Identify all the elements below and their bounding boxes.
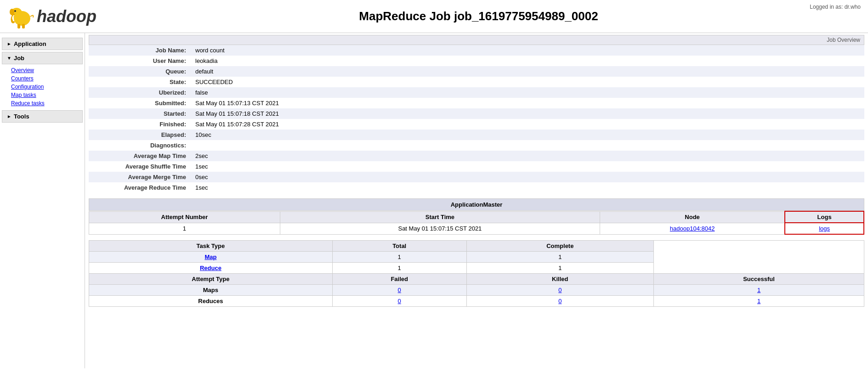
am-row: 1Sat May 01 15:07:15 CST 2021hadoop104:8…	[89, 223, 864, 234]
overview-label: Finished:	[89, 119, 190, 130]
task-type-link[interactable]: Map	[204, 254, 216, 260]
overview-value: 0sec	[190, 172, 864, 182]
task-type: Reduce	[89, 263, 333, 274]
task-summary-section: Task Type Total Complete Map11Reduce11 A…	[89, 240, 864, 307]
svg-rect-4	[17, 24, 20, 28]
overview-label: Uberized:	[89, 87, 190, 98]
sidebar-item-counters[interactable]: Counters	[9, 74, 85, 83]
sidebar-tools-label: Tools	[14, 113, 29, 120]
task-row: Reduce11	[89, 263, 864, 274]
arrow-right-icon-tools: ►	[7, 114, 11, 119]
page-title: MapReduce Job job_1619775954989_0002	[96, 9, 861, 23]
overview-row: Average Reduce Time1sec	[89, 182, 864, 193]
overview-value: leokadia	[190, 56, 864, 66]
attempt-row: Maps001	[89, 285, 864, 296]
sidebar: ► Application ▼ Job Overview Counters Co…	[0, 33, 85, 368]
attempt-successful: 1	[654, 296, 864, 307]
overview-row: Job Name:word count	[89, 45, 864, 56]
overview-label: Diagnostics:	[89, 140, 190, 151]
task-complete: 1	[466, 252, 654, 263]
main-layout: ► Application ▼ Job Overview Counters Co…	[0, 33, 868, 368]
attempt-killed: 0	[466, 296, 654, 307]
task-total: 1	[332, 263, 466, 274]
overview-value: 1sec	[190, 161, 864, 172]
overview-row: Uberized:false	[89, 87, 864, 98]
attempt-type: Reduces	[89, 296, 333, 307]
task-type: Map	[89, 252, 333, 263]
sidebar-item-reduce-tasks[interactable]: Reduce tasks	[9, 99, 85, 107]
overview-row: Queue:default	[89, 66, 864, 77]
am-col-start-time: Start Time	[280, 211, 600, 223]
logo-area: hadoop	[7, 4, 96, 29]
overview-row: Average Shuffle Time1sec	[89, 161, 864, 172]
attempt-killed-link[interactable]: 0	[558, 298, 562, 304]
sidebar-job-label: Job	[14, 55, 24, 62]
sidebar-job-header[interactable]: ▼ Job	[2, 52, 83, 64]
logo-text: hadoop	[37, 7, 96, 26]
attempt-col-successful: Successful	[654, 274, 864, 285]
sidebar-tools-header[interactable]: ► Tools	[2, 110, 83, 123]
arrow-right-icon: ►	[7, 41, 11, 46]
task-table: Task Type Total Complete Map11Reduce11 A…	[89, 240, 864, 307]
overview-value: default	[190, 66, 864, 77]
attempt-successful-link[interactable]: 1	[757, 287, 760, 293]
overview-value: 2sec	[190, 151, 864, 161]
am-logs: logs	[785, 223, 864, 234]
overview-label: Queue:	[89, 66, 190, 77]
am-section-title: ApplicationMaster	[89, 198, 864, 211]
am-col-node: Node	[600, 211, 785, 223]
overview-value: SUCCEEDED	[190, 77, 864, 87]
overview-row: User Name:leokadia	[89, 56, 864, 66]
attempt-killed-link[interactable]: 0	[558, 287, 562, 293]
sidebar-application-label: Application	[14, 40, 46, 47]
attempt-row: Reduces001	[89, 296, 864, 307]
attempt-failed: 0	[332, 285, 466, 296]
overview-value: Sat May 01 15:07:18 CST 2021	[190, 108, 864, 119]
page-header: hadoop MapReduce Job job_1619775954989_0…	[0, 0, 868, 33]
overview-value: Sat May 01 15:07:28 CST 2021	[190, 119, 864, 130]
am-start-time: Sat May 01 15:07:15 CST 2021	[280, 223, 600, 234]
sidebar-item-overview[interactable]: Overview	[9, 66, 85, 74]
overview-label: Average Reduce Time	[89, 182, 190, 193]
attempt-successful-link[interactable]: 1	[757, 298, 760, 304]
overview-row: Average Map Time2sec	[89, 151, 864, 161]
overview-value	[190, 140, 864, 151]
overview-value: false	[190, 87, 864, 98]
overview-label: State:	[89, 77, 190, 87]
sidebar-application-header[interactable]: ► Application	[2, 38, 83, 50]
overview-value: word count	[190, 45, 864, 56]
arrow-down-icon: ▼	[7, 56, 11, 61]
hadoop-logo-icon	[7, 4, 35, 29]
overview-label: Average Merge Time	[89, 172, 190, 182]
overview-label: Submitted:	[89, 98, 190, 108]
svg-rect-5	[22, 24, 25, 28]
task-col-total: Total	[332, 241, 466, 252]
svg-point-3	[14, 10, 16, 12]
attempt-type: Maps	[89, 285, 333, 296]
overview-label: Started:	[89, 108, 190, 119]
task-complete: 1	[466, 263, 654, 274]
sidebar-section-job: ▼ Job Overview Counters Configuration Ma…	[0, 52, 85, 108]
overview-row: Started:Sat May 01 15:07:18 CST 2021	[89, 108, 864, 119]
attempt-failed-link[interactable]: 0	[398, 298, 401, 304]
am-node-link[interactable]: hadoop104:8042	[670, 225, 715, 232]
sidebar-section-application: ► Application	[0, 38, 85, 50]
am-logs-link[interactable]: logs	[819, 225, 830, 232]
sidebar-item-map-tasks[interactable]: Map tasks	[9, 91, 85, 99]
attempt-failed-link[interactable]: 0	[398, 287, 401, 293]
overview-value: Sat May 01 15:07:13 CST 2021	[190, 98, 864, 108]
task-type-link[interactable]: Reduce	[200, 265, 221, 271]
sidebar-section-tools: ► Tools	[0, 110, 85, 123]
overview-label: Job Name:	[89, 45, 190, 56]
am-table: Attempt Number Start Time Node Logs 1Sat…	[89, 211, 864, 235]
overview-value: 1sec	[190, 182, 864, 193]
login-info: Logged in as: dr.who	[810, 4, 861, 10]
overview-label: Elapsed:	[89, 130, 190, 140]
sidebar-item-configuration[interactable]: Configuration	[9, 83, 85, 91]
attempt-failed: 0	[332, 296, 466, 307]
job-overview-table: Job Name:word countUser Name:leokadiaQue…	[89, 45, 864, 193]
overview-label: Average Shuffle Time	[89, 161, 190, 172]
overview-row: Average Merge Time0sec	[89, 172, 864, 182]
overview-row: Submitted:Sat May 01 15:07:13 CST 2021	[89, 98, 864, 108]
task-row: Map11	[89, 252, 864, 263]
